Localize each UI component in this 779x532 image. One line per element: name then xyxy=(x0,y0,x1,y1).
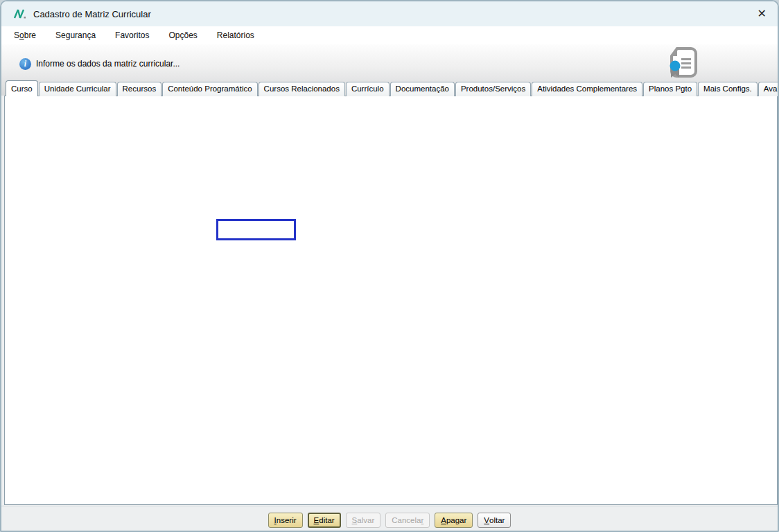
tab-planos-pgto[interactable]: Planos Pgto xyxy=(643,82,697,96)
tab-atividades-complementares[interactable]: Atividades Complementares xyxy=(532,82,642,96)
tab-avaliacao[interactable]: AvaliA xyxy=(758,82,778,96)
menu-sobre[interactable]: Sobre xyxy=(14,30,36,40)
info-icon: i xyxy=(19,58,31,70)
footer-bar: Inserir Editar Salvar Cancelar Apagar Vo… xyxy=(1,506,778,532)
editar-button[interactable]: Editar xyxy=(308,513,341,528)
menu-seguranca[interactable]: Segurança xyxy=(55,30,96,40)
document-certificate-icon xyxy=(663,46,702,80)
close-icon[interactable]: ✕ xyxy=(758,8,767,19)
menu-relatorios[interactable]: Relatórios xyxy=(217,30,254,40)
cancelar-button: Cancelar xyxy=(385,513,430,528)
app-logo-icon xyxy=(12,7,26,21)
tab-cursos-relacionados[interactable]: Cursos Relacionados xyxy=(259,82,345,96)
menu-bar: Sobre Segurança Favoritos Opções Relatór… xyxy=(1,26,778,44)
tab-produtos-servicos[interactable]: Produtos/Serviços xyxy=(455,82,531,96)
tab-curriculo[interactable]: Currículo xyxy=(346,82,390,96)
tab-unidade-curricular[interactable]: Unidade Curricular xyxy=(39,82,116,96)
tab-curso[interactable]: Curso xyxy=(6,80,38,96)
menu-favoritos[interactable]: Favoritos xyxy=(115,30,149,40)
inserir-button[interactable]: Inserir xyxy=(268,513,303,528)
title-bar: Cadastro de Matriz Curricular ✕ xyxy=(1,1,778,26)
tab-conteudo-programatico[interactable]: Conteúdo Programático xyxy=(162,82,257,96)
tab-recursos[interactable]: Recursos xyxy=(117,82,162,96)
tab-mais-configs[interactable]: Mais Configs. xyxy=(698,82,758,96)
menu-opcoes[interactable]: Opções xyxy=(168,30,197,40)
voltar-button[interactable]: Voltar xyxy=(478,513,511,528)
tab-content-panel xyxy=(4,96,778,505)
salvar-button: Salvar xyxy=(346,513,381,528)
info-message: Informe os dados da matriz curricular... xyxy=(36,59,180,69)
ch-itinerario-highlight xyxy=(216,219,296,240)
apagar-button[interactable]: Apagar xyxy=(435,513,473,528)
app-window: Cadastro de Matriz Curricular ✕ Sobre Se… xyxy=(0,0,779,532)
window-title: Cadastro de Matriz Curricular xyxy=(33,9,151,19)
tab-documentacao[interactable]: Documentação xyxy=(390,82,455,96)
tab-strip: Curso Unidade Curricular Recursos Conteú… xyxy=(6,80,778,96)
